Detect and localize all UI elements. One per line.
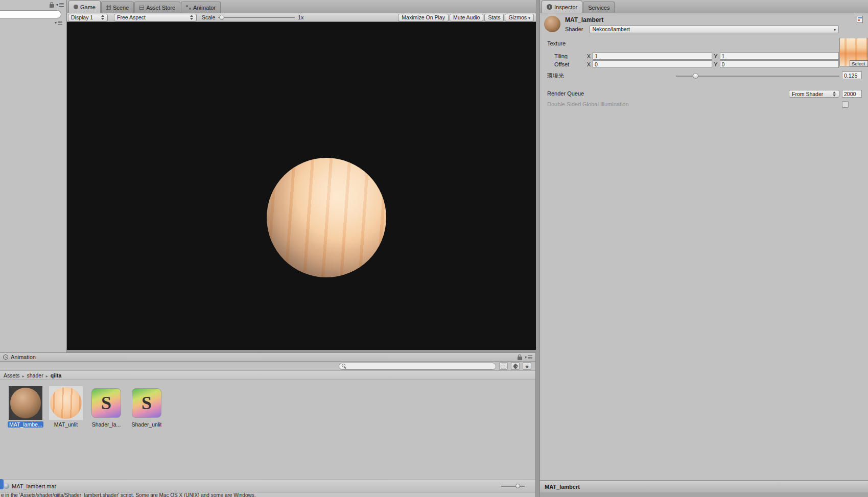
gizmos-button[interactable]: Gizmos <box>505 14 534 21</box>
panel-menu-icon[interactable] <box>525 355 532 360</box>
asset-shader-unlit[interactable]: S Shader_unlit <box>129 386 165 428</box>
maximize-on-play-label: Maximize On Play <box>402 14 445 20</box>
breadcrumb-separator-icon <box>22 372 25 378</box>
render-queue-label: Render Queue <box>547 90 584 97</box>
axis-y-label: Y <box>714 53 718 59</box>
console-status-line[interactable]: e in the 'Assets/shader/qiita/Shader_lam… <box>0 492 535 497</box>
tab-game[interactable]: Game <box>68 1 101 13</box>
sliders-icon <box>501 364 506 368</box>
breadcrumb-shader[interactable]: shader <box>27 372 43 378</box>
ambient-light-slider[interactable] <box>676 76 839 77</box>
double-sided-gi-row: Double Sided Global Illumination <box>540 101 868 109</box>
lock-icon[interactable] <box>50 4 54 8</box>
tiling-label: Tiling <box>554 53 585 59</box>
scale-value: 1x <box>298 14 303 20</box>
asset-mat-unlit[interactable]: MAT_unlit <box>48 386 84 428</box>
scale-slider[interactable] <box>218 17 295 18</box>
asset-mat-lambert[interactable]: MAT_lambe... <box>8 386 43 428</box>
ambient-light-row: 環境光 <box>540 72 868 80</box>
tab-game-label: Game <box>80 4 96 10</box>
tab-scene[interactable]: Scene <box>101 2 134 13</box>
asset-label: Shader_la... <box>92 421 121 428</box>
display-dropdown-label: Display 1 <box>71 14 99 20</box>
material-preview-dark <box>9 386 42 420</box>
stats-button[interactable]: Stats <box>484 14 504 21</box>
asset-label: Shader_unlit <box>132 421 162 428</box>
offset-y-input[interactable] <box>720 60 839 68</box>
rendered-sphere <box>267 158 386 277</box>
save-search-button[interactable] <box>523 362 531 370</box>
render-queue-row: Render Queue From Shader <box>540 90 868 98</box>
axis-y-label: Y <box>714 61 718 67</box>
shader-file-preview: S <box>130 386 163 420</box>
breadcrumb-separator-icon <box>46 372 48 378</box>
scale-label: Scale <box>202 14 215 20</box>
material-header: MAT_lambert Shader Nekoco/lambert <box>540 13 868 34</box>
search-by-type-button[interactable] <box>499 362 508 370</box>
gizmos-label: Gizmos <box>508 14 527 20</box>
project-panel: Animation Assets shader qiita <box>0 352 536 497</box>
thumbnail-size-slider[interactable] <box>501 486 525 487</box>
tiling-x-input[interactable] <box>593 52 712 60</box>
shader-dropdown-value: Nekoco/lambert <box>592 26 832 32</box>
tab-animator[interactable]: Animator <box>181 2 221 13</box>
aspect-dropdown[interactable]: Free Aspect <box>114 14 197 21</box>
aspect-dropdown-label: Free Aspect <box>117 14 188 20</box>
tiling-y-input[interactable] <box>720 52 839 60</box>
ambient-light-label: 環境光 <box>547 72 564 80</box>
star-icon <box>525 363 529 369</box>
display-dropdown[interactable]: Display 1 <box>68 14 108 21</box>
shader-file-icon: S <box>91 388 121 418</box>
game-viewport[interactable] <box>67 22 536 350</box>
search-input[interactable] <box>349 363 493 369</box>
asset-shader-lambert[interactable]: S Shader_la... <box>88 386 124 428</box>
offset-x-input[interactable] <box>593 60 712 68</box>
mute-audio-button[interactable]: Mute Audio <box>450 14 484 21</box>
material-preview-title: MAT_lambert <box>545 484 580 490</box>
texture-section-heading: Texture <box>547 40 868 46</box>
tiling-row: Tiling X Y <box>554 52 839 60</box>
texture-select-button[interactable]: Select <box>850 60 868 67</box>
animation-panel-header: Animation <box>0 353 535 362</box>
left-search-input[interactable] <box>0 10 61 18</box>
game-view-panel: Game Scene Asset Store Animator Display … <box>67 0 536 350</box>
shader-dropdown[interactable]: Nekoco/lambert <box>589 26 839 33</box>
mute-audio-label: Mute Audio <box>453 14 480 20</box>
panel-menu-icon[interactable] <box>56 3 64 7</box>
material-preview-icon <box>544 16 560 32</box>
tab-scene-label: Scene <box>113 5 129 11</box>
breadcrumb-assets[interactable]: Assets <box>4 372 20 378</box>
axis-x-label: X <box>587 61 591 67</box>
tab-asset-store[interactable]: Asset Store <box>134 2 180 13</box>
material-mini-icon <box>4 483 9 489</box>
ambient-light-value-input[interactable] <box>842 72 862 79</box>
render-queue-dropdown[interactable]: From Shader <box>789 90 839 98</box>
material-preview-header[interactable]: MAT_lambert <box>540 480 868 492</box>
thumbnail-size-knob[interactable] <box>515 484 520 488</box>
ambient-light-slider-knob[interactable] <box>693 73 698 79</box>
game-icon <box>74 5 78 9</box>
sphere-shading <box>267 158 386 277</box>
search-by-label-button[interactable] <box>511 362 520 370</box>
scale-slider-knob[interactable] <box>219 15 224 20</box>
double-sided-gi-checkbox <box>842 101 849 108</box>
render-queue-value-input[interactable] <box>842 90 862 98</box>
tab-services[interactable]: Services <box>583 2 615 13</box>
offset-label: Offset <box>554 61 585 67</box>
project-search-field[interactable] <box>339 363 496 370</box>
shader-label: Shader <box>565 26 583 32</box>
maximize-on-play-button[interactable]: Maximize On Play <box>398 14 449 21</box>
asset-store-icon <box>139 6 144 10</box>
tab-inspector-label: Inspector <box>554 4 577 10</box>
offset-row: Offset X Y <box>554 60 839 68</box>
dropdown-menu-icon[interactable] <box>55 20 62 25</box>
animator-icon <box>186 5 191 10</box>
tab-inspector[interactable]: Inspector <box>542 1 582 13</box>
lock-icon[interactable] <box>518 357 522 360</box>
popup-arrows-icon <box>190 15 194 20</box>
breadcrumb-qiita[interactable]: qiita <box>51 372 62 378</box>
shader-letter: S <box>142 394 152 412</box>
selected-asset-path: MAT_lambert.mat <box>12 483 56 489</box>
asset-label: MAT_unlit <box>54 421 78 428</box>
help-icon[interactable] <box>857 16 863 23</box>
